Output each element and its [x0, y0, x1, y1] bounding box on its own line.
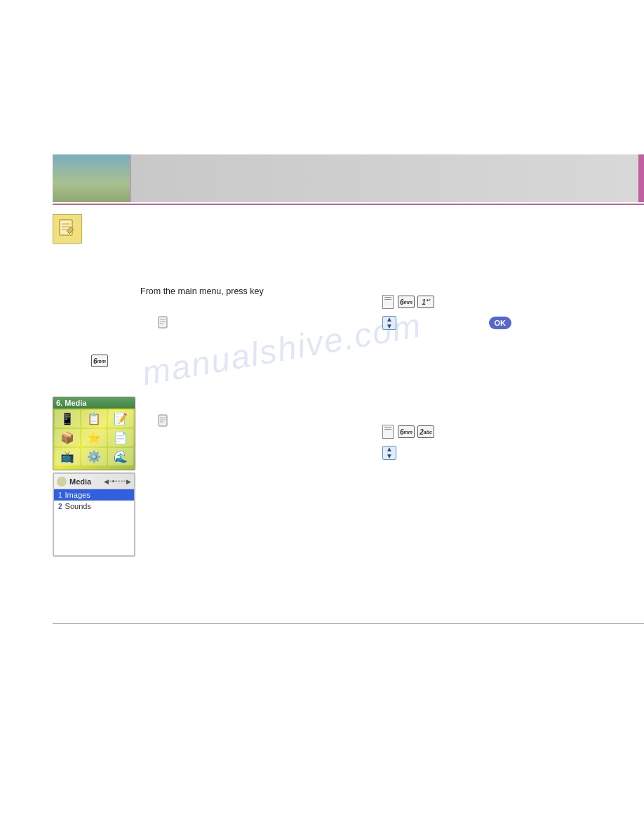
phone-list-screen: Media ◀ ▶ 1 Images 2 Sounds — [53, 472, 135, 557]
key-1-2: 1↩ — [417, 296, 434, 308]
phone-nav-dots: ◀ ▶ — [104, 478, 131, 485]
grid-item-2: 📋 — [81, 410, 107, 428]
standalone-key-6: 6mm — [91, 355, 108, 367]
section2-nav-row: ▲▼ OK — [382, 446, 396, 460]
header-gray-bar — [130, 154, 638, 202]
header-right-accent — [638, 154, 644, 202]
dot-6 — [123, 480, 126, 482]
dot-5 — [121, 480, 123, 482]
key-6-1: 6mm — [398, 296, 415, 308]
list-num-1: 1 — [58, 491, 62, 499]
section2-icon-row: 6mm 2abc — [382, 425, 434, 439]
svg-rect-4 — [159, 317, 167, 328]
key-6-standalone: 6mm — [91, 355, 108, 367]
list-item-sounds[interactable]: 2 Sounds — [54, 501, 134, 512]
section1-nav-row: ▲▼ OK — [382, 316, 568, 330]
phone-menu-screen: 6. Media 📱 📋 📝 📦 ⭐ 📄 📺 ⚙️ 🌊 — [53, 397, 135, 470]
dot-1 — [109, 480, 112, 482]
list-label-images: Images — [65, 491, 90, 499]
grid-item-9: 🌊 — [108, 448, 133, 465]
header-rule — [53, 204, 644, 205]
list-item-images[interactable]: 1 Images — [54, 489, 134, 501]
header-banner — [53, 154, 644, 202]
phone-header-icon — [57, 477, 67, 486]
header-image — [53, 154, 130, 202]
left-arrow: ◀ — [104, 478, 109, 485]
list-num-2: 2 — [58, 503, 62, 510]
dot-2 — [112, 480, 114, 482]
grid-item-8: ⚙️ — [81, 448, 107, 465]
grid-item-1: 📱 — [55, 410, 80, 428]
nav-arrows-2: ▲▼ — [382, 446, 396, 460]
svg-rect-8 — [159, 415, 167, 426]
doc-icon-2 — [382, 425, 394, 439]
grid-item-4: 📦 — [55, 429, 80, 446]
ok-button-1[interactable]: OK — [489, 317, 512, 329]
page-icon — [53, 214, 82, 244]
doc-icon-1 — [382, 295, 394, 309]
section1-icon-row: 6mm 1↩ — [382, 295, 434, 309]
flag-icon-2 — [158, 414, 168, 429]
list-label-sounds: Sounds — [65, 502, 91, 510]
key-2-2: 2abc — [417, 425, 434, 438]
flag-icon-1 — [158, 316, 168, 331]
instruction-block-1: From the main menu, press key — [140, 284, 379, 299]
key-6-2: 6mm — [398, 425, 415, 438]
bottom-rule — [53, 623, 644, 624]
grid-item-7: 📺 — [55, 448, 80, 465]
phone-list-title: Media — [69, 477, 101, 486]
phone-list-header: Media ◀ ▶ — [54, 474, 134, 489]
grid-item-3: 📝 — [108, 410, 133, 428]
page-icon-svg — [57, 218, 78, 239]
phone-screen-title: 6. Media — [53, 397, 135, 409]
instruction-text-1a: From the main menu, press key — [140, 286, 264, 296]
dot-3 — [115, 480, 117, 482]
grid-item-5: ⭐ — [81, 429, 107, 446]
nav-arrows-1: ▲▼ — [382, 316, 396, 330]
phone-grid: 📱 📋 📝 📦 ⭐ 📄 📺 ⚙️ 🌊 — [53, 409, 135, 467]
grid-item-6: 📄 — [108, 429, 133, 446]
dot-4 — [118, 480, 120, 482]
right-arrow: ▶ — [126, 478, 131, 485]
header-image-inner — [53, 154, 130, 202]
